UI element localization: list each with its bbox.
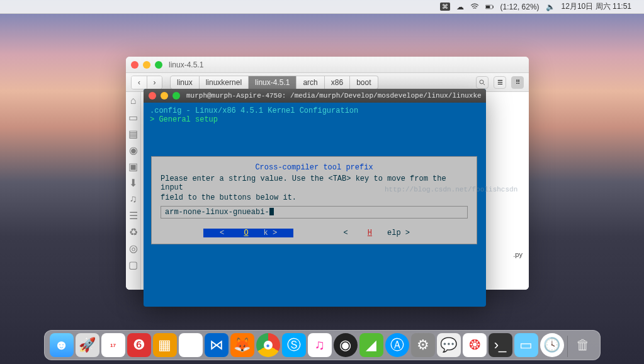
breadcrumb-item[interactable]: linux — [170, 76, 200, 89]
list-view-button[interactable]: ☰ — [494, 76, 506, 89]
grid-view-button[interactable]: ⠿ — [511, 76, 524, 89]
forward-button[interactable]: › — [147, 76, 162, 89]
dock-app-wechat[interactable]: 💬 — [437, 333, 461, 357]
breadcrumb-item[interactable]: linux-4.5.1 — [249, 76, 297, 89]
dock-app-skype[interactable]: Ⓢ — [282, 333, 306, 357]
volume-icon[interactable]: 🔈 — [546, 3, 555, 11]
folder-icon[interactable]: ▢ — [128, 259, 138, 270]
menubar: ⌘ ☁ (1:12, 62%) 🔈 12月10日 周六 11:51 — [0, 0, 644, 14]
dock: ☻ 🚀 17 ❻ ▦ 🏵 ⋈ 🦊 ● Ⓢ ♫ ◉ ◢ Ⓐ ⚙ 💬 ❂ ›_ ▭ … — [44, 330, 601, 360]
prefix-input[interactable]: arm-none-linux-gnueabi- — [161, 206, 468, 219]
dock-separator — [567, 336, 568, 357]
dock-app-photos[interactable]: 🏵 — [179, 333, 203, 357]
dock-app-firefox[interactable]: 🦊 — [230, 333, 254, 357]
battery-icon[interactable] — [485, 3, 494, 11]
documents-icon[interactable]: ▤ — [128, 128, 138, 139]
close-icon[interactable] — [149, 92, 156, 100]
dock-app-showdesktop[interactable]: ▭ — [514, 333, 538, 357]
terminal-titlebar[interactable]: murph@murph-Aspire-4750: /media/murph/De… — [144, 89, 486, 103]
finder-titlebar[interactable]: linux-4.5.1 — [126, 57, 529, 73]
maximize-icon[interactable] — [155, 61, 162, 69]
back-button[interactable]: ‹ — [132, 76, 147, 89]
help-button[interactable]: < Help > — [328, 229, 425, 237]
breadcrumb-item[interactable]: x86 — [325, 76, 350, 89]
terminal-body[interactable]: .config - Linux/x86 4.5.1 Kernel Configu… — [144, 103, 486, 128]
dialog-text: field to the buttons below it. — [161, 193, 468, 202]
input-value: arm-none-linux-gnueabi- — [165, 208, 269, 217]
watermark: http://blog.csdn.net/foolishcsdn — [385, 186, 517, 193]
camera-icon[interactable]: ◉ — [128, 145, 138, 155]
window-title: linux-4.5.1 — [169, 60, 203, 69]
dock-app-trash[interactable]: 🗑 — [571, 333, 595, 357]
dock-app-clock[interactable]: 🕓 — [540, 333, 564, 357]
apps-icon[interactable]: ☰ — [128, 210, 138, 220]
pictures-icon[interactable]: ▣ — [128, 161, 138, 171]
dock-app-netease[interactable]: ❻ — [127, 333, 151, 357]
maximize-icon[interactable] — [172, 92, 180, 100]
input-menu-icon[interactable]: ⌘ — [440, 3, 450, 11]
disk-icon[interactable]: ◎ — [128, 243, 138, 253]
dock-app-finder[interactable]: ☻ — [50, 333, 74, 357]
trash-icon[interactable]: ♻ — [128, 227, 138, 237]
ok-button[interactable]: < Ok > — [203, 229, 293, 237]
cloud-icon[interactable]: ☁ — [456, 3, 464, 11]
dock-app-launchpad[interactable]: 🚀 — [76, 333, 99, 357]
dock-app-terminal[interactable]: ›_ — [489, 333, 512, 357]
wifi-icon[interactable] — [470, 3, 479, 11]
desktop-icon[interactable]: ▭ — [128, 112, 138, 122]
terminal-line: .config - Linux/x86 4.5.1 Kernel Configu… — [150, 106, 480, 115]
terminal-line: > General setup — [150, 115, 480, 124]
file-item[interactable]: .py — [513, 251, 523, 258]
dock-app-chrome[interactable]: ● — [256, 333, 280, 357]
svg-point-3 — [480, 80, 483, 84]
dock-app-calendar[interactable]: 17 — [101, 333, 125, 357]
dock-app-android[interactable]: ◢ — [359, 333, 383, 357]
dock-app-activity[interactable]: ▦ — [153, 333, 177, 357]
desktop: ⌘ ☁ (1:12, 62%) 🔈 12月10日 周六 11:51 linux-… — [0, 0, 644, 364]
dock-app-settings[interactable]: ⚙ — [411, 333, 435, 357]
downloads-icon[interactable]: ⬇ — [128, 178, 138, 188]
minimize-icon[interactable] — [143, 61, 150, 69]
minimize-icon[interactable] — [161, 92, 168, 100]
search-button[interactable] — [476, 76, 489, 89]
close-icon[interactable] — [131, 61, 138, 69]
music-icon[interactable]: ♫ — [128, 194, 138, 204]
dock-app-weibo[interactable]: ❂ — [463, 333, 487, 357]
menuconfig-dialog: Cross-compiler tool prefix Please enter … — [151, 156, 477, 244]
svg-rect-1 — [492, 6, 493, 8]
dialog-title: Cross-compiler tool prefix — [158, 163, 470, 172]
svg-rect-2 — [485, 5, 489, 8]
breadcrumb-item[interactable]: arch — [297, 76, 324, 89]
breadcrumb-item[interactable]: linuxkernel — [200, 76, 249, 89]
finder-sidebar: ⌂ ▭ ▤ ◉ ▣ ⬇ ♫ ☰ ♻ ◎ ▢ — [126, 92, 141, 290]
breadcrumb-item[interactable]: boot — [350, 76, 378, 89]
terminal-title: murph@murph-Aspire-4750: /media/murph/De… — [186, 92, 481, 100]
dock-app-vscode[interactable]: ⋈ — [205, 333, 229, 357]
home-icon[interactable]: ⌂ — [128, 96, 138, 106]
breadcrumb: linux linuxkernel linux-4.5.1 arch x86 b… — [170, 76, 378, 89]
dock-app-steam[interactable]: ◉ — [334, 333, 358, 357]
dock-app-music[interactable]: ♫ — [308, 333, 332, 357]
dock-app-appstore[interactable]: Ⓐ — [385, 333, 409, 357]
clock-text[interactable]: 12月10日 周六 11:51 — [562, 1, 631, 12]
battery-text: (1:12, 62%) — [500, 3, 539, 11]
text-cursor — [269, 208, 274, 215]
